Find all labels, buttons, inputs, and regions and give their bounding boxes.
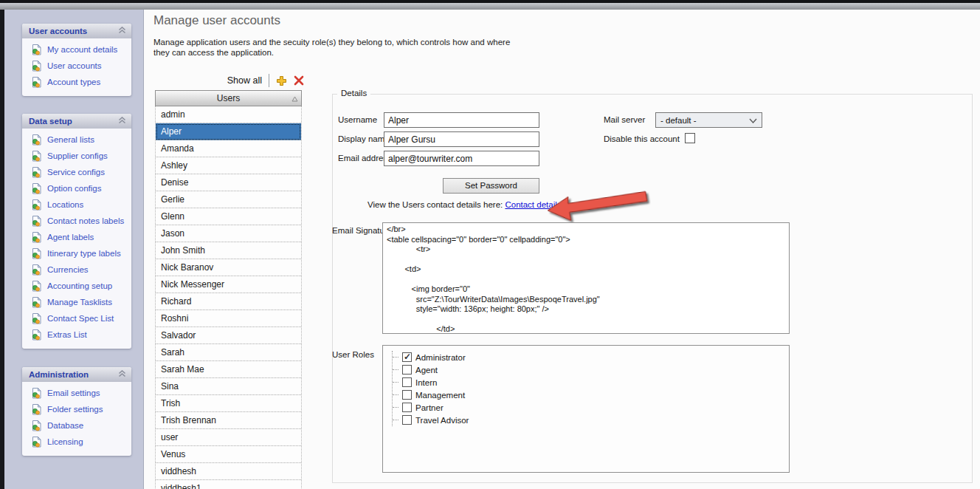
sidebar-item[interactable]: Contact notes labels [22, 213, 131, 229]
sort-ascending-icon [291, 96, 298, 102]
document-users-icon [31, 420, 42, 431]
sidebar-item[interactable]: Agent labels [22, 229, 131, 245]
sidebar-item-label: Extras List [47, 330, 87, 339]
user-row[interactable]: viddhesh [156, 463, 301, 480]
disable-account-checkbox[interactable] [685, 133, 695, 143]
sidebar-item[interactable]: Extras List [22, 326, 131, 343]
contact-details-link[interactable]: Contact details [505, 200, 561, 209]
role-checkbox[interactable]: ✓ [402, 415, 412, 425]
user-name: Salvador [161, 330, 196, 341]
user-name: Venus [161, 449, 185, 459]
email-signature-textarea[interactable]: </br> <table cellspacing="0" border="0" … [382, 222, 790, 334]
sidebar-item-label: Contact Spec List [47, 314, 114, 323]
user-name: Nick Baranov [161, 262, 213, 273]
user-row[interactable]: Alper [156, 123, 301, 140]
sidebar-item[interactable]: Option configs [22, 180, 131, 196]
sidebar-item[interactable]: Locations [22, 196, 131, 213]
sidebar-item-label: Service configs [47, 168, 105, 177]
mail-server-label: Mail server [604, 115, 645, 124]
delete-user-button[interactable] [294, 75, 304, 86]
sidebar-item[interactable]: Service configs [22, 164, 131, 180]
sidebar-item[interactable]: My account details [22, 41, 131, 58]
sidebar-item-label: Folder settings [47, 405, 103, 414]
user-name: Trish [161, 398, 180, 408]
sidebar-item[interactable]: Currencies [22, 261, 131, 278]
user-row[interactable]: John Smith [156, 242, 301, 259]
user-row[interactable]: Salvador [156, 327, 301, 344]
add-user-button[interactable] [276, 75, 287, 86]
user-row[interactable]: Trish Brennan [156, 412, 301, 429]
role-row[interactable]: ✓ Travel Advisor [393, 414, 789, 426]
sidebar-item[interactable]: Itinerary type labels [22, 245, 131, 261]
user-name: Nick Messenger [161, 279, 224, 290]
document-users-icon [31, 231, 42, 243]
display-name-input[interactable] [384, 131, 539, 147]
user-row[interactable]: Glenn [156, 208, 301, 225]
sidebar-item-label: Agent labels [47, 233, 94, 242]
role-row[interactable]: ✓ Management [393, 389, 789, 401]
user-row[interactable]: Trish [156, 395, 301, 412]
document-users-icon [31, 436, 42, 448]
sidebar-item-label: Database [47, 421, 83, 430]
collapse-chevron-icon [118, 117, 126, 126]
role-row[interactable]: ✓ Partner [393, 401, 789, 414]
user-row[interactable]: Sina [156, 378, 301, 395]
users-list-header-label: Users [217, 93, 240, 103]
sidebar-section-header-user-accounts[interactable]: User accounts [22, 24, 131, 38]
sidebar-section-data-setup: Data setup General lists Suppli [22, 114, 131, 349]
sidebar-item[interactable]: Manage Tasklists [22, 294, 131, 310]
sidebar-section-header-data-setup[interactable]: Data setup [22, 114, 131, 129]
user-row[interactable]: user [156, 429, 301, 446]
sidebar-section-user-accounts: User accounts My account details [22, 24, 131, 96]
user-row[interactable]: Roshni [156, 310, 301, 327]
sidebar-section-header-administration[interactable]: Administration [22, 367, 131, 382]
tree-connector [393, 420, 398, 420]
role-row[interactable]: ✓ Agent [393, 363, 789, 376]
user-row[interactable]: viddhesh1 [156, 480, 301, 489]
user-name: Alper [161, 126, 182, 137]
document-users-icon [31, 215, 42, 227]
user-row[interactable]: Ashley [156, 157, 301, 174]
user-name: user [161, 432, 178, 442]
sidebar-item[interactable]: User accounts [22, 58, 131, 74]
sidebar-item[interactable]: Folder settings [22, 401, 131, 417]
user-row[interactable]: Nick Messenger [156, 276, 301, 293]
role-checkbox[interactable]: ✓ [402, 352, 412, 362]
role-checkbox[interactable]: ✓ [402, 377, 412, 387]
user-row[interactable]: Amanda [156, 140, 301, 157]
user-row[interactable]: Denise [156, 174, 301, 191]
role-checkbox[interactable]: ✓ [402, 403, 412, 412]
user-row[interactable]: Gerlie [156, 191, 301, 208]
role-row[interactable]: ✓ Administrator [393, 351, 789, 363]
page-description: Manage application users and the secuity… [153, 37, 515, 58]
sidebar-item[interactable]: Contact Spec List [22, 310, 131, 326]
role-checkbox[interactable]: ✓ [402, 390, 412, 400]
user-row[interactable]: Nick Baranov [156, 259, 301, 276]
email-address-input[interactable] [384, 151, 539, 166]
user-row[interactable]: Sarah [156, 344, 301, 361]
sidebar-item[interactable]: Licensing [22, 434, 131, 450]
tree-connector [393, 382, 398, 383]
username-input[interactable] [384, 112, 539, 128]
user-row[interactable]: admin [156, 106, 301, 123]
sidebar-item[interactable]: Account types [22, 74, 131, 90]
sidebar-item[interactable]: Accounting setup [22, 278, 131, 294]
set-password-button[interactable]: Set Password [443, 178, 539, 194]
user-row[interactable]: Venus [156, 446, 301, 463]
role-row[interactable]: ✓ Intern [393, 376, 789, 389]
user-row[interactable]: Sarah Mae [156, 361, 301, 378]
user-name: Ashley [161, 160, 187, 171]
users-list: Users admin Alper Amanda Ashley Denise [155, 90, 302, 489]
user-name: Sina [161, 381, 179, 391]
role-checkbox[interactable]: ✓ [402, 365, 412, 375]
mail-server-select[interactable]: - default - [655, 112, 762, 128]
sidebar-item[interactable]: Database [22, 417, 131, 434]
user-row[interactable]: Jason [156, 225, 301, 242]
sidebar-item[interactable]: Email settings [22, 385, 131, 401]
sidebar-item-label: Email settings [47, 389, 100, 397]
users-list-header[interactable]: Users [155, 90, 302, 106]
sidebar-item[interactable]: Supplier configs [22, 148, 131, 164]
collapse-chevron-icon [118, 27, 126, 35]
user-row[interactable]: Richard [156, 293, 301, 310]
sidebar-item[interactable]: General lists [22, 131, 131, 148]
